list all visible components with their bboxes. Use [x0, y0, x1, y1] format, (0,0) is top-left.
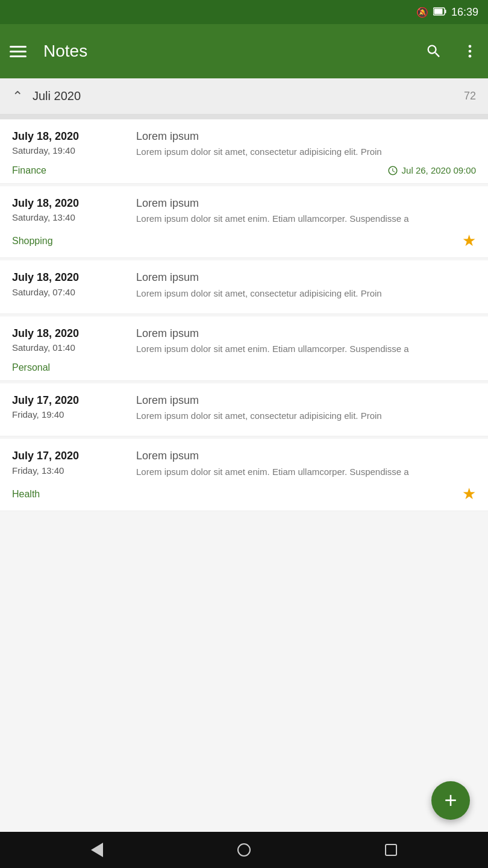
- status-bar: 🔕 16:39: [0, 0, 488, 24]
- note-date-main-4: July 18, 2020: [12, 326, 127, 341]
- svg-rect-1: [445, 10, 446, 13]
- note-date-col-1: July 18, 2020 Saturday, 19:40: [12, 129, 127, 159]
- search-icon[interactable]: [425, 43, 442, 60]
- note-card-6[interactable]: July 17, 2020 Friday, 13:40 Lorem ipsum …: [0, 439, 488, 511]
- note-content-6: July 17, 2020 Friday, 13:40 Lorem ipsum …: [12, 448, 476, 479]
- note-footer-right-2: ★: [462, 231, 476, 250]
- note-title-2: Lorem ipsum: [136, 196, 476, 211]
- note-date-col-5: July 17, 2020 Friday, 19:40: [12, 393, 127, 423]
- note-tag-2: Shopping: [12, 236, 53, 247]
- note-date-sub-4: Saturday, 01:40: [12, 341, 127, 354]
- note-footer-4: Personal: [12, 362, 476, 373]
- svg-rect-2: [434, 8, 442, 14]
- note-footer-right-6: ★: [462, 485, 476, 503]
- add-icon: +: [444, 790, 457, 811]
- note-date-sub-1: Saturday, 19:40: [12, 144, 127, 157]
- note-text-col-1: Lorem ipsum Lorem ipsum dolor sit amet, …: [136, 129, 476, 159]
- note-tag-1: Finance: [12, 165, 46, 176]
- note-preview-1: Lorem ipsum dolor sit amet, consectetur …: [136, 145, 476, 159]
- add-note-fab[interactable]: +: [431, 781, 470, 820]
- note-card-1[interactable]: July 18, 2020 Saturday, 19:40 Lorem ipsu…: [0, 119, 488, 184]
- app-bar: Notes: [0, 24, 488, 78]
- note-text-col-2: Lorem ipsum Lorem ipsum dolor sit amet e…: [136, 196, 476, 226]
- note-text-col-6: Lorem ipsum Lorem ipsum dolor sit amet e…: [136, 448, 476, 479]
- sim-icon: 🔕: [416, 7, 428, 18]
- note-text-col-3: Lorem ipsum Lorem ipsum dolor sit amet, …: [136, 270, 476, 300]
- note-content-2: July 18, 2020 Saturday, 13:40 Lorem ipsu…: [12, 196, 476, 226]
- note-preview-2: Lorem ipsum dolor sit amet enim. Etiam u…: [136, 212, 476, 226]
- note-footer-1: Finance Jul 26, 2020 09:00: [12, 165, 476, 176]
- note-date-col-6: July 17, 2020 Friday, 13:40: [12, 448, 127, 479]
- svg-point-4: [469, 50, 472, 53]
- note-date-main-2: July 18, 2020: [12, 196, 127, 211]
- app-title: Notes: [43, 42, 413, 61]
- note-title-4: Lorem ipsum: [136, 326, 476, 341]
- nav-recents-button[interactable]: [385, 844, 397, 856]
- notes-list: July 18, 2020 Saturday, 19:40 Lorem ipsu…: [0, 119, 488, 832]
- note-date-sub-5: Friday, 19:40: [12, 408, 127, 421]
- note-date-main-3: July 18, 2020: [12, 270, 127, 285]
- note-date-main-1: July 18, 2020: [12, 129, 127, 144]
- note-preview-5: Lorem ipsum dolor sit amet, consectetur …: [136, 409, 476, 423]
- note-preview-4: Lorem ipsum dolor sit amet enim. Etiam u…: [136, 342, 476, 356]
- month-label: Juli 2020: [33, 89, 464, 103]
- note-card-2[interactable]: July 18, 2020 Saturday, 13:40 Lorem ipsu…: [0, 186, 488, 259]
- note-preview-3: Lorem ipsum dolor sit amet, consectetur …: [136, 287, 476, 301]
- bottom-nav: [0, 832, 488, 868]
- note-title-1: Lorem ipsum: [136, 129, 476, 144]
- nav-home-button[interactable]: [237, 843, 251, 857]
- note-footer-6: Health ★: [12, 485, 476, 503]
- back-icon: [91, 843, 103, 857]
- note-preview-6: Lorem ipsum dolor sit amet enim. Etiam u…: [136, 465, 476, 479]
- note-title-3: Lorem ipsum: [136, 270, 476, 285]
- battery-icon: [433, 7, 446, 17]
- svg-point-5: [469, 55, 472, 58]
- note-card-3[interactable]: July 18, 2020 Saturday, 07:40 Lorem ipsu…: [0, 260, 488, 314]
- note-content-4: July 18, 2020 Saturday, 01:40 Lorem ipsu…: [12, 326, 476, 356]
- note-date-main-5: July 17, 2020: [12, 393, 127, 408]
- note-date-sub-3: Saturday, 07:40: [12, 286, 127, 298]
- note-date-col-2: July 18, 2020 Saturday, 13:40: [12, 196, 127, 226]
- nav-back-button[interactable]: [91, 843, 103, 857]
- note-date-col-4: July 18, 2020 Saturday, 01:40: [12, 326, 127, 356]
- month-count: 72: [464, 90, 476, 102]
- note-title-5: Lorem ipsum: [136, 393, 476, 408]
- divider: [0, 115, 488, 119]
- collapse-chevron[interactable]: ⌃: [12, 89, 23, 104]
- note-content-5: July 17, 2020 Friday, 19:40 Lorem ipsum …: [12, 393, 476, 423]
- status-time: 16:39: [451, 6, 478, 19]
- note-date-main-6: July 17, 2020: [12, 448, 127, 464]
- star-icon-6: ★: [462, 485, 476, 503]
- note-title-6: Lorem ipsum: [136, 448, 476, 464]
- recents-icon: [385, 844, 397, 856]
- note-date-sub-2: Saturday, 13:40: [12, 211, 127, 224]
- note-content-1: July 18, 2020 Saturday, 19:40 Lorem ipsu…: [12, 129, 476, 159]
- note-date-col-3: July 18, 2020 Saturday, 07:40: [12, 270, 127, 300]
- more-options-icon[interactable]: [461, 43, 478, 60]
- note-date-sub-6: Friday, 13:40: [12, 464, 127, 477]
- note-text-col-4: Lorem ipsum Lorem ipsum dolor sit amet e…: [136, 326, 476, 356]
- status-icons: 🔕 16:39: [416, 6, 478, 19]
- note-reminder-1: Jul 26, 2020 09:00: [387, 165, 476, 176]
- star-icon-2: ★: [462, 231, 476, 250]
- note-text-col-5: Lorem ipsum Lorem ipsum dolor sit amet, …: [136, 393, 476, 423]
- month-header[interactable]: ⌃ Juli 2020 72: [0, 78, 488, 115]
- note-footer-2: Shopping ★: [12, 231, 476, 250]
- note-content-3: July 18, 2020 Saturday, 07:40 Lorem ipsu…: [12, 270, 476, 300]
- home-icon: [237, 843, 251, 857]
- note-card-4[interactable]: July 18, 2020 Saturday, 01:40 Lorem ipsu…: [0, 316, 488, 381]
- menu-button[interactable]: [10, 46, 27, 57]
- note-tag-4: Personal: [12, 362, 50, 373]
- reminder-text-1: Jul 26, 2020 09:00: [402, 165, 476, 175]
- note-tag-6: Health: [12, 489, 40, 500]
- svg-point-3: [469, 45, 472, 48]
- note-card-5[interactable]: July 17, 2020 Friday, 19:40 Lorem ipsum …: [0, 383, 488, 437]
